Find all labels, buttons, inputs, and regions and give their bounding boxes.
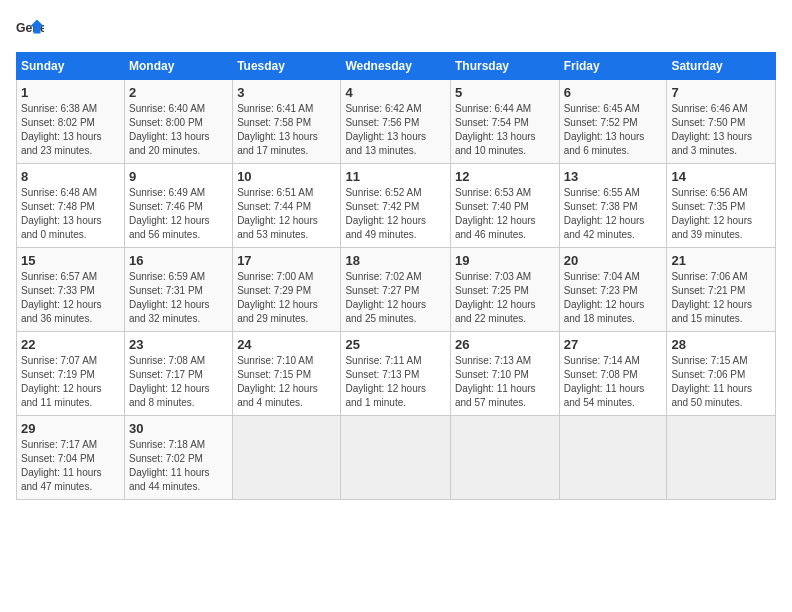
day-number: 18 [345,253,446,268]
calendar-cell: 10Sunrise: 6:51 AM Sunset: 7:44 PM Dayli… [233,164,341,248]
logo: General [16,16,48,44]
day-info: Sunrise: 6:56 AM Sunset: 7:35 PM Dayligh… [671,186,771,242]
day-number: 8 [21,169,120,184]
day-info: Sunrise: 7:03 AM Sunset: 7:25 PM Dayligh… [455,270,555,326]
column-header-saturday: Saturday [667,53,776,80]
day-number: 12 [455,169,555,184]
calendar-cell: 5Sunrise: 6:44 AM Sunset: 7:54 PM Daylig… [450,80,559,164]
column-header-monday: Monday [125,53,233,80]
day-number: 17 [237,253,336,268]
day-info: Sunrise: 6:48 AM Sunset: 7:48 PM Dayligh… [21,186,120,242]
day-info: Sunrise: 6:40 AM Sunset: 8:00 PM Dayligh… [129,102,228,158]
day-number: 3 [237,85,336,100]
day-number: 6 [564,85,663,100]
day-info: Sunrise: 7:14 AM Sunset: 7:08 PM Dayligh… [564,354,663,410]
calendar-cell: 15Sunrise: 6:57 AM Sunset: 7:33 PM Dayli… [17,248,125,332]
day-info: Sunrise: 7:02 AM Sunset: 7:27 PM Dayligh… [345,270,446,326]
day-number: 28 [671,337,771,352]
calendar-cell: 8Sunrise: 6:48 AM Sunset: 7:48 PM Daylig… [17,164,125,248]
calendar-cell: 2Sunrise: 6:40 AM Sunset: 8:00 PM Daylig… [125,80,233,164]
calendar-cell: 12Sunrise: 6:53 AM Sunset: 7:40 PM Dayli… [450,164,559,248]
day-info: Sunrise: 6:45 AM Sunset: 7:52 PM Dayligh… [564,102,663,158]
calendar-cell: 9Sunrise: 6:49 AM Sunset: 7:46 PM Daylig… [125,164,233,248]
calendar-week-row: 1Sunrise: 6:38 AM Sunset: 8:02 PM Daylig… [17,80,776,164]
day-info: Sunrise: 6:51 AM Sunset: 7:44 PM Dayligh… [237,186,336,242]
day-number: 13 [564,169,663,184]
day-number: 7 [671,85,771,100]
day-number: 16 [129,253,228,268]
calendar-cell: 23Sunrise: 7:08 AM Sunset: 7:17 PM Dayli… [125,332,233,416]
day-info: Sunrise: 7:15 AM Sunset: 7:06 PM Dayligh… [671,354,771,410]
day-number: 9 [129,169,228,184]
day-info: Sunrise: 6:55 AM Sunset: 7:38 PM Dayligh… [564,186,663,242]
calendar-week-row: 15Sunrise: 6:57 AM Sunset: 7:33 PM Dayli… [17,248,776,332]
day-info: Sunrise: 6:59 AM Sunset: 7:31 PM Dayligh… [129,270,228,326]
day-number: 10 [237,169,336,184]
calendar-week-row: 22Sunrise: 7:07 AM Sunset: 7:19 PM Dayli… [17,332,776,416]
calendar-cell: 13Sunrise: 6:55 AM Sunset: 7:38 PM Dayli… [559,164,667,248]
day-info: Sunrise: 7:08 AM Sunset: 7:17 PM Dayligh… [129,354,228,410]
day-number: 5 [455,85,555,100]
calendar-week-row: 8Sunrise: 6:48 AM Sunset: 7:48 PM Daylig… [17,164,776,248]
day-info: Sunrise: 7:06 AM Sunset: 7:21 PM Dayligh… [671,270,771,326]
calendar-cell: 19Sunrise: 7:03 AM Sunset: 7:25 PM Dayli… [450,248,559,332]
calendar-cell: 25Sunrise: 7:11 AM Sunset: 7:13 PM Dayli… [341,332,451,416]
calendar-cell: 3Sunrise: 6:41 AM Sunset: 7:58 PM Daylig… [233,80,341,164]
calendar-cell: 21Sunrise: 7:06 AM Sunset: 7:21 PM Dayli… [667,248,776,332]
column-header-sunday: Sunday [17,53,125,80]
calendar-header-row: SundayMondayTuesdayWednesdayThursdayFrid… [17,53,776,80]
calendar-cell: 29Sunrise: 7:17 AM Sunset: 7:04 PM Dayli… [17,416,125,500]
calendar-week-row: 29Sunrise: 7:17 AM Sunset: 7:04 PM Dayli… [17,416,776,500]
calendar-cell: 17Sunrise: 7:00 AM Sunset: 7:29 PM Dayli… [233,248,341,332]
day-info: Sunrise: 6:42 AM Sunset: 7:56 PM Dayligh… [345,102,446,158]
day-number: 15 [21,253,120,268]
calendar-cell: 30Sunrise: 7:18 AM Sunset: 7:02 PM Dayli… [125,416,233,500]
day-info: Sunrise: 7:18 AM Sunset: 7:02 PM Dayligh… [129,438,228,494]
calendar-table: SundayMondayTuesdayWednesdayThursdayFrid… [16,52,776,500]
calendar-cell: 27Sunrise: 7:14 AM Sunset: 7:08 PM Dayli… [559,332,667,416]
day-info: Sunrise: 6:53 AM Sunset: 7:40 PM Dayligh… [455,186,555,242]
calendar-cell [450,416,559,500]
day-info: Sunrise: 6:49 AM Sunset: 7:46 PM Dayligh… [129,186,228,242]
calendar-cell: 7Sunrise: 6:46 AM Sunset: 7:50 PM Daylig… [667,80,776,164]
day-info: Sunrise: 6:41 AM Sunset: 7:58 PM Dayligh… [237,102,336,158]
calendar-cell: 22Sunrise: 7:07 AM Sunset: 7:19 PM Dayli… [17,332,125,416]
day-info: Sunrise: 6:44 AM Sunset: 7:54 PM Dayligh… [455,102,555,158]
column-header-tuesday: Tuesday [233,53,341,80]
logo-icon: General [16,16,44,44]
column-header-wednesday: Wednesday [341,53,451,80]
calendar-cell: 4Sunrise: 6:42 AM Sunset: 7:56 PM Daylig… [341,80,451,164]
day-info: Sunrise: 7:00 AM Sunset: 7:29 PM Dayligh… [237,270,336,326]
calendar-cell: 26Sunrise: 7:13 AM Sunset: 7:10 PM Dayli… [450,332,559,416]
day-info: Sunrise: 7:13 AM Sunset: 7:10 PM Dayligh… [455,354,555,410]
day-info: Sunrise: 6:46 AM Sunset: 7:50 PM Dayligh… [671,102,771,158]
calendar-cell [233,416,341,500]
day-number: 11 [345,169,446,184]
day-number: 26 [455,337,555,352]
day-number: 4 [345,85,446,100]
day-info: Sunrise: 7:04 AM Sunset: 7:23 PM Dayligh… [564,270,663,326]
calendar-cell: 6Sunrise: 6:45 AM Sunset: 7:52 PM Daylig… [559,80,667,164]
day-number: 25 [345,337,446,352]
day-number: 27 [564,337,663,352]
day-info: Sunrise: 7:07 AM Sunset: 7:19 PM Dayligh… [21,354,120,410]
calendar-cell: 20Sunrise: 7:04 AM Sunset: 7:23 PM Dayli… [559,248,667,332]
calendar-cell: 16Sunrise: 6:59 AM Sunset: 7:31 PM Dayli… [125,248,233,332]
page-header: General [16,16,776,44]
day-number: 2 [129,85,228,100]
day-info: Sunrise: 6:57 AM Sunset: 7:33 PM Dayligh… [21,270,120,326]
day-number: 1 [21,85,120,100]
day-info: Sunrise: 6:52 AM Sunset: 7:42 PM Dayligh… [345,186,446,242]
calendar-cell: 11Sunrise: 6:52 AM Sunset: 7:42 PM Dayli… [341,164,451,248]
day-number: 19 [455,253,555,268]
calendar-cell [559,416,667,500]
day-number: 23 [129,337,228,352]
day-number: 20 [564,253,663,268]
day-number: 22 [21,337,120,352]
calendar-cell [667,416,776,500]
day-number: 24 [237,337,336,352]
calendar-cell: 1Sunrise: 6:38 AM Sunset: 8:02 PM Daylig… [17,80,125,164]
calendar-cell: 28Sunrise: 7:15 AM Sunset: 7:06 PM Dayli… [667,332,776,416]
day-number: 21 [671,253,771,268]
calendar-cell: 24Sunrise: 7:10 AM Sunset: 7:15 PM Dayli… [233,332,341,416]
